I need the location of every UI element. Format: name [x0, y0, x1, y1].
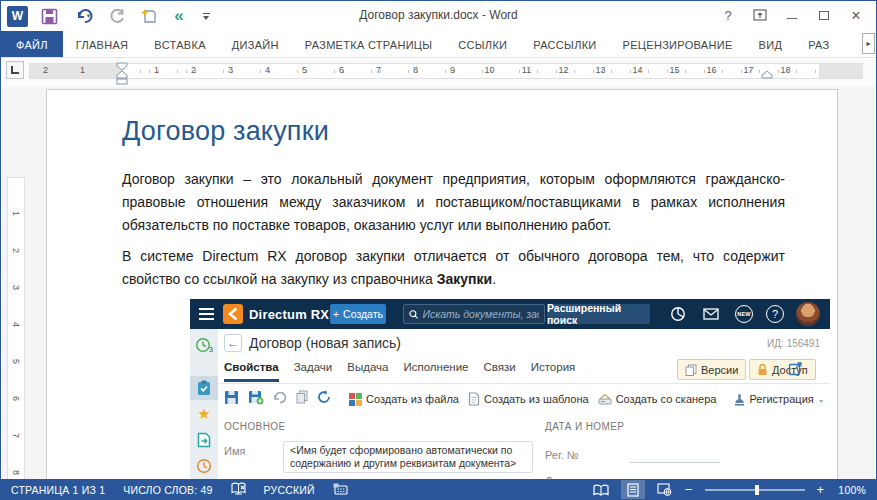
record-tab[interactable]: История [531, 361, 576, 382]
bold-text: Закупки [437, 271, 492, 287]
recent-badge: 3 [209, 346, 213, 353]
ribbon-tab[interactable]: РЕЦЕНЗИРОВАНИЕ [610, 31, 746, 58]
ruler-number: 16 [693, 65, 730, 75]
document-heading[interactable]: Договор закупки [122, 116, 329, 147]
record-tab[interactable]: Свойства [224, 361, 279, 382]
ruler-number: 12 [545, 65, 582, 75]
refresh-icon[interactable] [317, 390, 331, 408]
zoom-out-button[interactable]: − [685, 485, 693, 495]
close-button[interactable]: ✕ [842, 3, 870, 27]
save-record-icon[interactable] [224, 390, 239, 409]
ribbon-tab[interactable]: РАЗМЕТКА СТРАНИЦЫ [292, 31, 446, 58]
web-layout-glyph [657, 483, 672, 496]
mail-icon[interactable] [702, 305, 720, 323]
record-tabs: СвойстваЗадачиВыдачаИсполнениеСвязиИстор… [224, 361, 575, 382]
advanced-search-button[interactable]: Расширенный поиск [547, 304, 650, 324]
ribbon-tab[interactable]: ФАЙЛ [1, 31, 63, 58]
read-mode-button[interactable] [589, 480, 613, 499]
refresh-glyph [317, 390, 331, 404]
ribbon-tab[interactable]: ГЛАВНАЯ [63, 31, 142, 58]
maximize-button[interactable] [810, 3, 838, 27]
ruler-number: 11 [508, 65, 545, 75]
copy-icon[interactable] [296, 390, 308, 408]
web-layout-button[interactable] [653, 480, 677, 499]
ribbon-tab[interactable]: РАССЫЛКИ [520, 31, 609, 58]
macro-record-icon[interactable] [333, 483, 348, 497]
open-in-window-icon[interactable] [788, 361, 803, 380]
menu-icon[interactable] [199, 308, 214, 323]
record-tab[interactable]: Задачи [294, 361, 333, 382]
create-button[interactable]: + Создать [330, 304, 386, 324]
horizontal-ruler: 21 123456789101112131415161718 [29, 63, 863, 79]
language-indicator[interactable]: РУССКИЙ [264, 484, 315, 496]
ruler-number: 6 [323, 65, 360, 75]
sidebar-recent-icon[interactable]: 3 [190, 333, 218, 357]
ribbon-display-options-button[interactable] [746, 3, 774, 27]
tab-stop-glyph [11, 66, 19, 74]
zoom-slider[interactable] [705, 489, 805, 491]
document-paragraph[interactable]: Договор закупки – это локальный документ… [122, 168, 785, 237]
stamp-icon [734, 393, 745, 406]
embedded-screenshot-directum[interactable]: Directum RX + Создать Искать документы, … [190, 299, 830, 479]
sidebar-documents-icon[interactable] [190, 428, 218, 452]
ribbon-tab[interactable]: ВСТАВКА [141, 31, 218, 58]
help-icon[interactable]: ? [766, 305, 784, 323]
access-button[interactable]: Доступ [749, 359, 816, 380]
ribbon-tab[interactable]: РАЗ [795, 31, 842, 58]
ruler-number: 1 [138, 65, 175, 75]
status-right: − + 100% [589, 480, 876, 499]
ribbon-tab[interactable]: ССЫЛКИ [445, 31, 520, 58]
zoom-slider-thumb[interactable] [755, 485, 759, 495]
right-indent-marker[interactable] [761, 70, 773, 79]
record-tab[interactable]: Связи [484, 361, 516, 382]
help-button[interactable]: ? [714, 3, 742, 27]
brand-name: Directum RX [249, 307, 329, 322]
versions-glyph [685, 364, 697, 376]
ruler-number: 9 [434, 65, 471, 75]
indent-markers[interactable] [116, 62, 128, 86]
search-input[interactable]: Искать документы, зада... [403, 304, 545, 324]
create-from-template-button[interactable]: Создать из шаблона [468, 392, 589, 406]
directum-logo-icon[interactable] [223, 304, 243, 324]
record-tab[interactable]: Исполнение [403, 361, 468, 382]
zoom-in-button[interactable]: + [817, 485, 825, 495]
pie-chart-glyph [670, 306, 686, 322]
statistics-icon[interactable] [669, 305, 687, 323]
tab-stop-selector[interactable] [6, 61, 24, 79]
tabs-divider [218, 383, 830, 384]
ruler-number: 2 [2, 243, 35, 259]
record-tab[interactable]: Выдача [347, 361, 388, 382]
sidebar-favorites-icon[interactable]: ★ [190, 402, 218, 426]
user-avatar[interactable] [796, 302, 820, 326]
document-page[interactable]: Договор закупки Договор закупки – это ло… [46, 89, 838, 479]
ruler-number: 2 [27, 65, 64, 75]
registration-button[interactable]: Регистрация ⌄ [734, 393, 824, 406]
create-from-scanner-button[interactable]: Создать со сканера [598, 393, 717, 406]
zoom-level[interactable]: 100% [838, 484, 866, 496]
ribbon-tab[interactable]: ВИД [746, 31, 796, 58]
back-button[interactable]: ← [224, 334, 242, 352]
clipboard-glyph [197, 380, 211, 396]
whats-new-icon[interactable]: NEW [735, 305, 753, 323]
minimize-button[interactable] [778, 3, 806, 27]
sidebar-tasks-icon[interactable] [190, 376, 218, 400]
save-and-close-icon[interactable] [248, 390, 264, 409]
page-count[interactable]: СТРАНИЦА 1 ИЗ 1 [11, 484, 105, 496]
create-from-file-button[interactable]: Создать из файла [349, 393, 459, 406]
reg-number-input[interactable] [630, 462, 720, 463]
proofing-book-glyph [231, 482, 246, 495]
proofing-errors-icon[interactable] [231, 482, 246, 497]
ruler-number: 14 [619, 65, 656, 75]
undo-icon[interactable] [273, 390, 287, 408]
name-field-input[interactable]: <Имя будет сформировано автоматически по… [283, 441, 533, 473]
versions-button[interactable]: Версии [677, 359, 746, 380]
document-paragraph[interactable]: В системе Directum RX договор закупки от… [122, 245, 785, 291]
read-mode-glyph [593, 484, 609, 496]
ribbon-tab-overflow-arrow[interactable]: ▸ [862, 33, 875, 54]
word-count[interactable]: ЧИСЛО СЛОВ: 49 [123, 484, 212, 496]
print-layout-button[interactable] [621, 480, 645, 499]
reg-number-label: Рег. № [545, 449, 579, 461]
ribbon-tab[interactable]: ДИЗАЙН [219, 31, 292, 58]
ruler-number: 10 [471, 65, 508, 75]
search-icon [409, 309, 419, 320]
